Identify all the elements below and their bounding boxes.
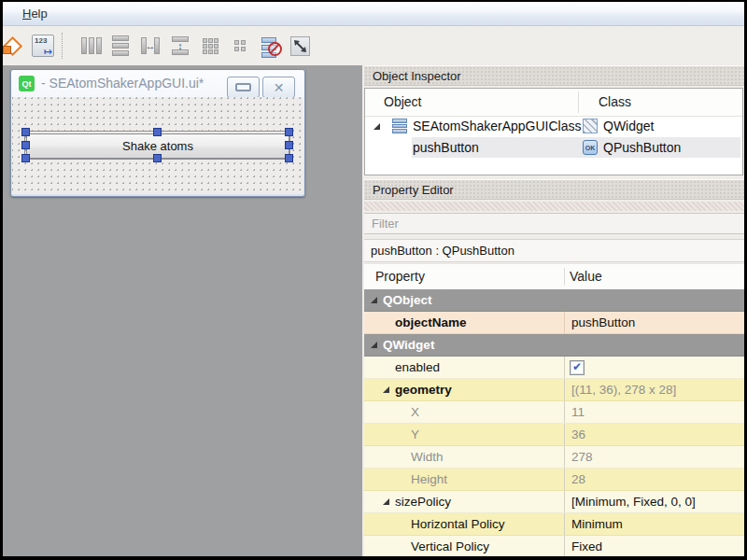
expand-arrow-icon[interactable] <box>371 342 377 348</box>
resize-handle-bottom-right[interactable] <box>285 154 293 162</box>
resize-handle-mid-left[interactable] <box>21 141 30 149</box>
toolbar-separator <box>62 33 63 59</box>
resize-handle-top-mid[interactable] <box>153 128 162 136</box>
edit-tab-order-icon[interactable]: 123 ↦ <box>32 35 54 57</box>
object-row-SEAtomShakerAppGUIClass[interactable]: SEAtomShakerAppGUIClassQWidget <box>365 116 742 137</box>
property-value: 11 <box>571 405 585 419</box>
qt-designer-app: Help 123 ↦ ↔ <box>3 2 744 556</box>
tab-order-label: 123 <box>35 36 47 45</box>
object-inspector-tree[interactable]: Object Class SEAtomShakerAppGUIClassQWid… <box>364 88 743 175</box>
object-name: pushButton <box>413 140 479 155</box>
property-value-cell[interactable]: 11 <box>564 401 744 423</box>
property-value: [(11, 36), 278 x 28] <box>571 383 676 397</box>
property-row-sizePolicy[interactable]: sizePolicy[Minimum, Fixed, 0, 0] <box>364 491 744 513</box>
splitter-vertical-icon[interactable]: ↕ <box>169 35 191 57</box>
object-name: SEAtomShakerAppGUIClass <box>413 119 582 133</box>
layout-form-icon[interactable] <box>229 35 251 57</box>
column-value: Value <box>570 269 602 284</box>
layout-vertical-icon[interactable] <box>109 35 132 57</box>
close-button[interactable]: ✕ <box>262 77 295 98</box>
property-label: objectName <box>395 315 467 329</box>
minimize-button[interactable] <box>227 77 260 98</box>
form-editor-area: Qt - SEAtomShakerAppGUI.ui* ✕ Shake atom… <box>3 65 362 556</box>
class-name: QPushButton <box>603 140 681 155</box>
property-row-Width[interactable]: Width278 <box>364 446 744 469</box>
form-window-titlebar[interactable]: Qt - SEAtomShakerAppGUI.ui* ✕ <box>11 70 304 97</box>
property-value-cell[interactable]: 36 <box>564 424 744 445</box>
property-value-cell[interactable]: Fixed <box>564 536 744 556</box>
expand-arrow-icon[interactable] <box>371 297 377 303</box>
form-canvas[interactable]: Shake atoms <box>12 97 303 194</box>
property-value: pushButton <box>571 315 635 329</box>
property-label: enabled <box>395 360 440 374</box>
menu-help[interactable]: Help <box>17 5 53 22</box>
expand-arrow-icon[interactable] <box>383 498 389 505</box>
property-table: QObjectobjectNamepushButtonQWidgetenable… <box>364 289 744 556</box>
property-value: 36 <box>571 427 585 441</box>
buddy-dot-shape <box>3 46 11 54</box>
form-window-title: - SEAtomShakerAppGUI.ui* <box>41 76 204 91</box>
class-name: QWidget <box>603 119 654 133</box>
property-row-Y[interactable]: Y36 <box>364 424 744 446</box>
dock-panel: Object Inspector Object Class SEAtomShak… <box>362 63 744 556</box>
property-label: Y <box>411 427 419 441</box>
property-label: geometry <box>395 383 452 397</box>
layout-horizontal-icon[interactable] <box>80 35 103 57</box>
property-row-Horizontal-Policy[interactable]: Horizontal PolicyMinimum <box>364 513 744 536</box>
resize-handle-bottom-left[interactable] <box>21 154 30 162</box>
object-inspector-header: Object Class <box>365 89 742 117</box>
tab-order-arrow-icon: ↦ <box>44 47 52 56</box>
property-value-cell[interactable]: pushButton <box>564 312 744 333</box>
resize-handle-top-left[interactable] <box>21 128 30 136</box>
property-value-cell[interactable]: [(11, 36), 278 x 28] <box>564 379 744 400</box>
form-designer-window[interactable]: Qt - SEAtomShakerAppGUI.ui* ✕ Shake atom… <box>10 69 305 197</box>
property-label: Vertical Policy <box>411 539 489 553</box>
object-row-pushButton[interactable]: pushButtonOKQPushButton <box>365 137 742 159</box>
qt-logo-icon: Qt <box>19 76 35 91</box>
property-group-QWidget[interactable]: QWidget <box>364 334 744 357</box>
splitter-horizontal-icon[interactable]: ↔ <box>139 35 162 57</box>
property-label: Height <box>411 472 447 486</box>
property-value-cell[interactable]: [Minimum, Fixed, 0, 0] <box>564 491 744 512</box>
property-label: X <box>411 405 419 419</box>
resize-handle-mid-right[interactable] <box>285 141 293 149</box>
property-row-objectName[interactable]: objectNamepushButton <box>364 312 744 334</box>
edit-buddies-icon[interactable] <box>3 35 23 57</box>
qwidget-icon <box>583 119 598 133</box>
property-label: Horizontal Policy <box>411 517 505 531</box>
property-group-QObject[interactable]: QObject <box>364 289 744 312</box>
property-row-Vertical-Policy[interactable]: Vertical PolicyFixed <box>364 536 744 556</box>
property-row-enabled[interactable]: enabled✔ <box>364 357 744 379</box>
resize-handle-top-right[interactable] <box>285 128 293 136</box>
column-class: Class <box>599 94 631 109</box>
property-row-geometry[interactable]: geometry[(11, 36), 278 x 28] <box>364 379 744 401</box>
property-row-Height[interactable]: Height28 <box>364 469 744 491</box>
property-value-cell[interactable]: 28 <box>564 469 744 490</box>
property-editor-title: Property Editor <box>364 179 744 200</box>
checkbox-checked-icon[interactable]: ✔ <box>570 360 585 375</box>
property-row-X[interactable]: X11 <box>364 401 744 424</box>
close-icon: ✕ <box>274 81 285 94</box>
selected-object-label: pushButton : QPushButton <box>364 239 744 262</box>
layout-grid-icon[interactable] <box>199 35 221 57</box>
break-layout-icon[interactable] <box>260 35 282 57</box>
column-object: Object <box>384 94 421 109</box>
property-value-cell[interactable]: 278 <box>564 446 744 468</box>
diagonal-arrow-icon <box>291 37 309 55</box>
no-entry-icon <box>268 42 282 56</box>
tab-order-box: 123 ↦ <box>32 35 54 57</box>
resize-handle-bottom-mid[interactable] <box>153 154 162 162</box>
property-value-cell[interactable]: Minimum <box>564 513 744 535</box>
group-label: QWidget <box>383 338 434 352</box>
expand-arrow-icon[interactable] <box>383 386 389 393</box>
object-inspector-title: Object Inspector <box>364 65 744 86</box>
toolbar: 123 ↦ ↔ ↕ <box>3 26 744 66</box>
expand-arrow-icon[interactable] <box>374 123 380 130</box>
property-value: 28 <box>571 472 585 486</box>
property-label: sizePolicy <box>395 495 451 509</box>
adjust-size-icon[interactable] <box>289 35 311 57</box>
filter-input[interactable] <box>364 213 744 234</box>
object-inspector-rows: SEAtomShakerAppGUIClassQWidgetpushButton… <box>365 116 742 175</box>
dock-hatch-strip <box>364 202 744 211</box>
property-value-cell[interactable]: ✔ <box>564 357 744 378</box>
